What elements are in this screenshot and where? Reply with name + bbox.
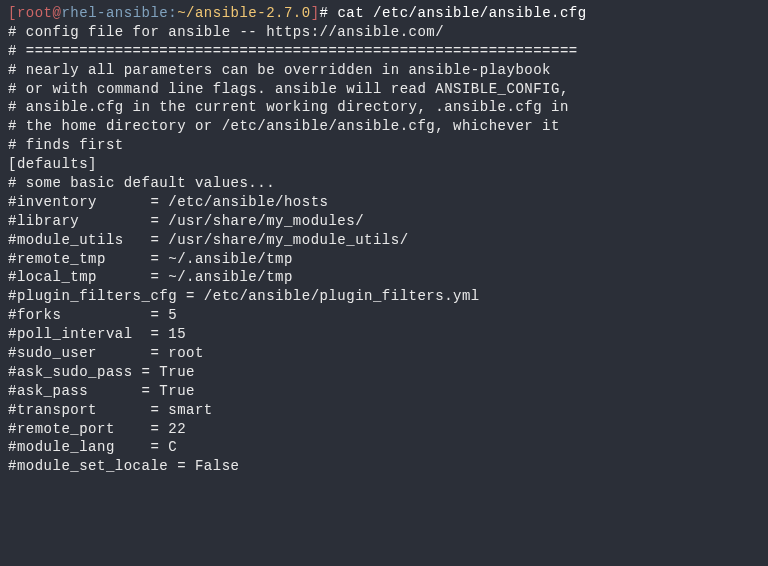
output-line: #local_tmp = ~/.ansible/tmp bbox=[8, 268, 760, 287]
output-line: # ansible.cfg in the current working dir… bbox=[8, 98, 760, 117]
output-line: # or with command line flags. ansible wi… bbox=[8, 80, 760, 99]
output-line: # the home directory or /etc/ansible/ans… bbox=[8, 117, 760, 136]
terminal-window[interactable]: [root@rhel-ansible:~/ansible-2.7.0]# cat… bbox=[8, 4, 760, 476]
prompt-path: ~/ansible-2.7.0 bbox=[177, 5, 311, 21]
prompt-hash: # bbox=[320, 5, 338, 21]
output-line: #plugin_filters_cfg = /etc/ansible/plugi… bbox=[8, 287, 760, 306]
output-line: #remote_port = 22 bbox=[8, 420, 760, 439]
output-line: #module_set_locale = False bbox=[8, 457, 760, 476]
prompt-sep: : bbox=[168, 5, 177, 21]
command-text: cat /etc/ansible/ansible.cfg bbox=[337, 5, 586, 21]
output-line: #inventory = /etc/ansible/hosts bbox=[8, 193, 760, 212]
output-line: #module_utils = /usr/share/my_module_uti… bbox=[8, 231, 760, 250]
output-line: #forks = 5 bbox=[8, 306, 760, 325]
output-line: #ask_sudo_pass = True bbox=[8, 363, 760, 382]
output-line: # ======================================… bbox=[8, 42, 760, 61]
output-line: #library = /usr/share/my_modules/ bbox=[8, 212, 760, 231]
output-line: # finds first bbox=[8, 136, 760, 155]
output-line: # config file for ansible -- https://ans… bbox=[8, 23, 760, 42]
output-line: #ask_pass = True bbox=[8, 382, 760, 401]
output-line: #module_lang = C bbox=[8, 438, 760, 457]
prompt-open-bracket: [ bbox=[8, 5, 17, 21]
prompt-close-bracket: ] bbox=[311, 5, 320, 21]
output-line: #transport = smart bbox=[8, 401, 760, 420]
output-line: [defaults] bbox=[8, 155, 760, 174]
output-line: # some basic default values... bbox=[8, 174, 760, 193]
output-line: #remote_tmp = ~/.ansible/tmp bbox=[8, 250, 760, 269]
output-line: # nearly all parameters can be overridde… bbox=[8, 61, 760, 80]
prompt-line: [root@rhel-ansible:~/ansible-2.7.0]# cat… bbox=[8, 4, 760, 23]
output-line: #sudo_user = root bbox=[8, 344, 760, 363]
prompt-host: rhel-ansible bbox=[61, 5, 168, 21]
prompt-user: root bbox=[17, 5, 53, 21]
output-line: #poll_interval = 15 bbox=[8, 325, 760, 344]
